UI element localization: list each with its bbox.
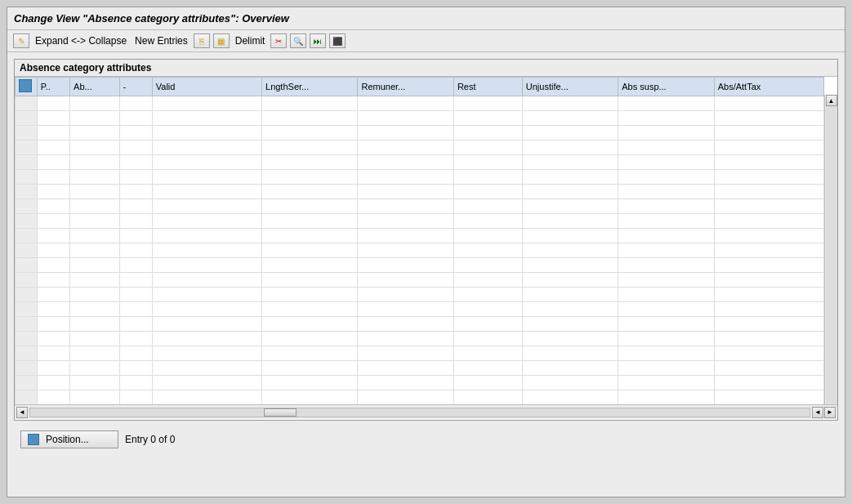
table-cell[interactable] xyxy=(522,170,618,185)
table-cell[interactable] xyxy=(714,199,823,214)
table-cell[interactable] xyxy=(119,140,152,155)
table-cell[interactable] xyxy=(453,199,522,214)
table-cell[interactable] xyxy=(262,258,358,273)
new-entries-button[interactable]: New Entries xyxy=(132,33,191,48)
table-cell[interactable] xyxy=(119,243,152,258)
table-cell[interactable] xyxy=(714,214,823,229)
table-cell[interactable] xyxy=(714,332,823,346)
table-cell[interactable] xyxy=(152,140,261,155)
table-cell[interactable] xyxy=(453,346,522,361)
copy-rows-icon[interactable]: ⎘ xyxy=(194,33,210,48)
save-rows-icon[interactable]: ▦ xyxy=(213,33,230,48)
table-cell[interactable] xyxy=(119,361,152,376)
table-cell[interactable] xyxy=(522,126,618,140)
table-cell[interactable] xyxy=(453,111,522,126)
table-cell[interactable] xyxy=(453,376,522,390)
table-cell[interactable] xyxy=(618,376,714,390)
table-cell[interactable] xyxy=(37,214,69,229)
table-cell[interactable] xyxy=(714,243,823,258)
find-icon[interactable]: 🔍 xyxy=(290,33,306,48)
table-cell[interactable] xyxy=(618,288,714,302)
table-cell[interactable] xyxy=(37,390,69,405)
table-cell[interactable] xyxy=(358,390,453,405)
table-cell[interactable] xyxy=(152,199,261,214)
table-cell[interactable] xyxy=(262,288,358,302)
table-cell[interactable] xyxy=(119,155,152,170)
table-cell[interactable] xyxy=(37,302,69,317)
table-cell[interactable] xyxy=(358,288,453,302)
table-cell[interactable] xyxy=(70,155,119,170)
table-cell[interactable] xyxy=(618,361,714,376)
table-cell[interactable] xyxy=(119,96,152,111)
col-header-absatttax[interactable]: Abs/AttTax xyxy=(714,78,823,96)
table-cell[interactable] xyxy=(37,170,69,185)
table-cell[interactable] xyxy=(618,214,714,229)
table-cell[interactable] xyxy=(453,126,522,140)
scroll-track-v[interactable] xyxy=(826,106,837,408)
table-cell[interactable] xyxy=(618,111,714,126)
table-cell[interactable] xyxy=(618,155,714,170)
table-cell[interactable] xyxy=(522,199,618,214)
table-cell[interactable] xyxy=(152,288,261,302)
table-cell[interactable] xyxy=(262,229,358,243)
table-cell[interactable] xyxy=(618,96,714,111)
table-cell[interactable] xyxy=(358,317,453,332)
table-cell[interactable] xyxy=(262,199,358,214)
table-cell[interactable] xyxy=(37,288,69,302)
table-cell[interactable] xyxy=(522,111,618,126)
table-cell[interactable] xyxy=(70,376,119,390)
table-cell[interactable] xyxy=(119,170,152,185)
table-cell[interactable] xyxy=(358,185,453,199)
table-cell[interactable] xyxy=(358,214,453,229)
table-cell[interactable] xyxy=(262,96,358,111)
table-cell[interactable] xyxy=(358,258,453,273)
scroll-track-h[interactable] xyxy=(29,408,810,417)
table-cell[interactable] xyxy=(358,273,453,288)
table-cell[interactable] xyxy=(522,96,618,111)
col-header-absusp[interactable]: Abs susp... xyxy=(618,78,714,96)
table-cell[interactable] xyxy=(70,199,119,214)
col-header-ps[interactable]: P.. xyxy=(37,78,69,96)
table-cell[interactable] xyxy=(714,170,823,185)
table-cell[interactable] xyxy=(262,390,358,405)
delimit-button[interactable]: Delimit xyxy=(232,33,269,48)
table-cell[interactable] xyxy=(358,155,453,170)
table-cell[interactable] xyxy=(358,361,453,376)
scroll-right-button1[interactable]: ◄ xyxy=(812,407,823,418)
table-cell[interactable] xyxy=(358,332,453,346)
table-cell[interactable] xyxy=(37,111,69,126)
table-cell[interactable] xyxy=(119,332,152,346)
table-cell[interactable] xyxy=(70,214,119,229)
table-cell[interactable] xyxy=(262,317,358,332)
table-cell[interactable] xyxy=(522,288,618,302)
table-cell[interactable] xyxy=(119,258,152,273)
table-cell[interactable] xyxy=(262,155,358,170)
table-cell[interactable] xyxy=(70,170,119,185)
table-cell[interactable] xyxy=(119,346,152,361)
table-cell[interactable] xyxy=(70,111,119,126)
table-cell[interactable] xyxy=(453,185,522,199)
table-cell[interactable] xyxy=(152,376,261,390)
table-cell[interactable] xyxy=(70,361,119,376)
export-icon[interactable]: ⬛ xyxy=(329,33,346,48)
table-cell[interactable] xyxy=(522,214,618,229)
table-cell[interactable] xyxy=(522,185,618,199)
table-cell[interactable] xyxy=(119,214,152,229)
find-next-icon[interactable]: ⏭ xyxy=(310,33,326,48)
table-cell[interactable] xyxy=(358,140,453,155)
table-cell[interactable] xyxy=(152,273,261,288)
table-cell[interactable] xyxy=(70,243,119,258)
table-cell[interactable] xyxy=(453,229,522,243)
table-cell[interactable] xyxy=(358,96,453,111)
table-cell[interactable] xyxy=(714,96,823,111)
table-cell[interactable] xyxy=(522,361,618,376)
horizontal-scrollbar[interactable]: ◄ ◄ ► xyxy=(15,404,837,419)
scroll-up-button[interactable]: ▲ xyxy=(826,95,837,106)
table-cell[interactable] xyxy=(358,346,453,361)
table-cell[interactable] xyxy=(453,214,522,229)
table-cell[interactable] xyxy=(152,332,261,346)
table-cell[interactable] xyxy=(358,243,453,258)
col-header-lngthser[interactable]: LngthSer... xyxy=(262,78,358,96)
table-cell[interactable] xyxy=(152,258,261,273)
table-cell[interactable] xyxy=(618,332,714,346)
